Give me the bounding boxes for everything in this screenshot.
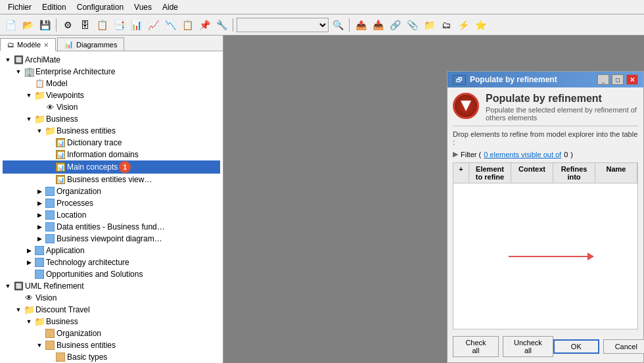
tree-item-processes[interactable]: ▶ Processes: [3, 197, 220, 209]
tree-item-discount-travel[interactable]: ▼ 📁 Discount Travel: [3, 304, 220, 316]
toolbar-export8[interactable]: ⭐: [472, 17, 488, 33]
tree-item-basic-types[interactable]: ▶ Basic types: [3, 351, 220, 363]
uncheck-all-button[interactable]: Uncheck all: [503, 336, 553, 357]
toggle-app[interactable]: ▶: [24, 245, 34, 256]
tab-modele[interactable]: 🗂 Modèle ✕: [0, 38, 56, 51]
label-dictionary-trace: Dictionary trace: [67, 138, 122, 147]
dialog-maximize-btn[interactable]: □: [612, 74, 624, 85]
toggle-uml[interactable]: ▼: [3, 281, 13, 291]
toolbar-combo[interactable]: [237, 18, 329, 32]
tree-item-business2[interactable]: ▼ 📁 Business: [3, 316, 220, 327]
tree-panel[interactable]: ▼ 🔲 ArchiMate ▼ 🏢 Enterprise Architectur…: [0, 51, 223, 363]
toolbar-export5[interactable]: 📁: [421, 17, 437, 33]
label-data-entities: Data entities - Business fund…: [57, 222, 165, 231]
toggle-proc[interactable]: ▶: [34, 198, 45, 208]
toolbar-btn9[interactable]: 📌: [196, 17, 212, 33]
tree-item-biz-entities-view[interactable]: ▶ 📊 Business entities view…: [3, 174, 220, 185]
toolbar-search[interactable]: 🔍: [330, 17, 346, 33]
toggle-discount[interactable]: ▼: [13, 304, 24, 315]
tree-item-enterprise[interactable]: ▼ 🏢 Enterprise Architecture: [3, 66, 220, 78]
dialog-icon-shape: [461, 101, 471, 111]
menu-aide[interactable]: Aide: [157, 1, 183, 13]
toggle-bvd[interactable]: ▶: [34, 233, 45, 244]
toggle-loc[interactable]: ▶: [34, 210, 45, 220]
toolbar-btn10[interactable]: 🔧: [214, 17, 229, 33]
toolbar-export1[interactable]: 📤: [353, 17, 369, 33]
tree-item-uml-refinement[interactable]: ▼ 🔲 UML Refinement: [3, 280, 220, 292]
dialog-footer: Check all Uncheck all OK Cancel: [453, 333, 638, 357]
tab-diagrammes[interactable]: 📊 Diagrammes: [57, 37, 124, 51]
label-uml-refinement: UML Refinement: [25, 281, 84, 291]
toolbar-export7[interactable]: ⚡: [455, 17, 471, 33]
toolbar-btn3[interactable]: 📋: [94, 17, 110, 33]
toggle-org[interactable]: ▶: [34, 186, 45, 197]
tree-item-organization[interactable]: ▶ Organization: [3, 185, 220, 197]
tree-item-dictionary-trace[interactable]: ▶ 📊 Dictionary trace: [3, 137, 220, 149]
label-organization: Organization: [57, 187, 101, 196]
badge-number: 1: [119, 161, 131, 173]
tree-item-model[interactable]: ▶ 📋 Model: [3, 78, 220, 89]
tree-item-business[interactable]: ▼ 📁 Business: [3, 113, 220, 125]
icon-business: 📁: [34, 114, 45, 124]
tree-item-opportunities[interactable]: ▶ Opportunities and Solutions: [3, 268, 220, 280]
menu-configuration[interactable]: Configuration: [72, 1, 129, 13]
menu-vues[interactable]: Vues: [129, 1, 157, 13]
tree-item-application[interactable]: ▶ Application: [3, 245, 220, 256]
toggle-business-entities[interactable]: ▼: [34, 126, 45, 136]
label-biz-entities-view: Business entities view…: [67, 175, 152, 184]
dialog-title: Populate by refinement: [470, 75, 596, 84]
toolbar-save[interactable]: 💾: [37, 17, 53, 33]
filter-count[interactable]: 0 elements visible out of: [484, 151, 561, 158]
tree-item-organization2[interactable]: ▶ Organization: [3, 327, 220, 339]
toggle-viewpoints[interactable]: ▼: [24, 90, 34, 101]
tree-item-business-entities[interactable]: ▼ 📁 Business entities: [3, 125, 220, 137]
tree-item-data-entities[interactable]: ▶ Data entities - Business fund…: [3, 221, 220, 233]
toolbar: 📄 📂 💾 ⚙ 🗄 📋 📑 📊 📈 📉 📋 📌 🔧 🔍 📤 📥 🔗 📎 📁 🗂 …: [0, 14, 644, 36]
label-business2: Business: [46, 317, 78, 326]
tab-modele-close[interactable]: ✕: [43, 41, 49, 49]
toolbar-export2[interactable]: 📥: [370, 17, 386, 33]
tree-item-business-entities2[interactable]: ▼ Business entities: [3, 339, 220, 351]
toggle-enterprise[interactable]: ▼: [13, 66, 24, 77]
dialog-close-btn[interactable]: ✕: [626, 74, 638, 85]
toolbar-btn7[interactable]: 📉: [162, 17, 178, 33]
tree-item-viewpoints[interactable]: ▼ 📁 Viewpoints: [3, 89, 220, 101]
toggle-archimate[interactable]: ▼: [3, 55, 13, 65]
toolbar-btn4[interactable]: 📑: [111, 17, 127, 33]
menu-edition[interactable]: Edition: [37, 1, 72, 13]
menu-fichier[interactable]: Fichier: [3, 1, 37, 13]
toolbar-export3[interactable]: 🔗: [387, 17, 403, 33]
toggle-data[interactable]: ▶: [34, 222, 45, 232]
dialog-header-subtitle: Populate the selected element by refinem…: [486, 106, 638, 122]
check-all-button[interactable]: Check all: [453, 336, 499, 357]
toolbar-open[interactable]: 📂: [20, 17, 35, 33]
tree-item-vision2[interactable]: ▶ 👁 Vision: [3, 292, 220, 304]
dialog-minimize-btn[interactable]: _: [597, 74, 609, 85]
filter-toggle[interactable]: ▶: [453, 150, 458, 158]
tree-item-location[interactable]: ▶ Location: [3, 209, 220, 221]
toolbar-settings[interactable]: ⚙: [60, 17, 76, 33]
toggle-be2[interactable]: ▼: [34, 340, 45, 351]
toolbar-export6[interactable]: 🗂: [438, 17, 454, 33]
toolbar-btn5[interactable]: 📊: [128, 17, 144, 33]
toolbar-btn6[interactable]: 📈: [145, 17, 161, 33]
tree-item-biz-viewpoint[interactable]: ▶ Business viewpoint diagram…: [3, 233, 220, 245]
icon-info-domains: 📊: [55, 149, 66, 160]
cancel-button[interactable]: Cancel: [603, 339, 644, 354]
toolbar-btn8[interactable]: 📋: [179, 17, 195, 33]
ok-button[interactable]: OK: [553, 339, 599, 354]
tree-item-vision[interactable]: ▶ 👁 Vision: [3, 101, 220, 113]
tree-item-main-concepts[interactable]: ▶ 📊 Main concepts 1: [3, 160, 220, 174]
toggle-business2[interactable]: ▼: [24, 316, 34, 327]
icon-business2: 📁: [34, 316, 45, 327]
table-body[interactable]: [453, 183, 637, 329]
tree-item-info-domains[interactable]: ▶ 📊 Information domains: [3, 149, 220, 160]
label-processes: Processes: [57, 199, 93, 208]
toggle-business[interactable]: ▼: [24, 114, 34, 124]
toolbar-export4[interactable]: 📎: [404, 17, 420, 33]
toolbar-db[interactable]: 🗄: [77, 17, 93, 33]
tree-item-archimate[interactable]: ▼ 🔲 ArchiMate: [3, 54, 220, 66]
toolbar-new[interactable]: 📄: [3, 17, 18, 33]
tree-item-tech-arch[interactable]: ▶ Technology architecture: [3, 256, 220, 268]
toggle-tech[interactable]: ▶: [24, 257, 34, 268]
